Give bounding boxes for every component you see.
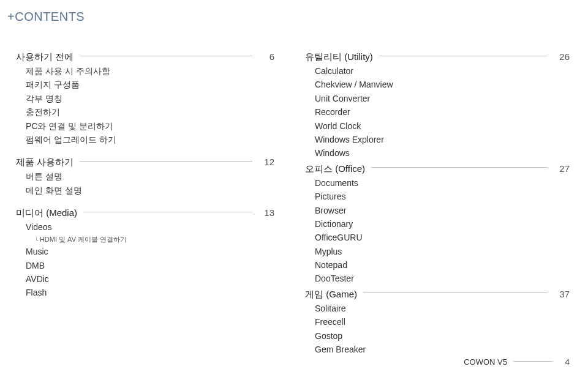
toc-sub-item: 각부 명칭 (26, 92, 274, 105)
toc-section-title: 사용하기 전에 (16, 50, 74, 64)
toc-sub-list: SolitaireFreecellGostopGem Breaker (305, 302, 570, 357)
column-left: 사용하기 전에6제품 사용 시 주의사항패키지 구성품각부 명칭충전하기PC와 … (16, 50, 293, 357)
toc-section: 제품 사용하기12버튼 설명메인 화면 설명 (16, 155, 274, 197)
toc-page-number: 12 (257, 155, 274, 170)
toc-page-number: 37 (552, 287, 570, 302)
toc-sub-item: Gem Breaker (315, 343, 570, 356)
toc-sub-item: Recorder (315, 105, 570, 119)
toc-sub-item: Myplus (315, 245, 570, 258)
toc-section-title: 오피스 (Office) (305, 162, 365, 176)
toc-sub-item: Pictures (315, 190, 570, 203)
toc-section-row: 오피스 (Office)27 (305, 162, 570, 176)
toc-sub-item: 패키지 구성품 (26, 78, 274, 91)
toc-section-title: 게임 (Game) (305, 287, 357, 302)
toc-sub-item: Flash (26, 286, 274, 299)
toc-sub-item: Browser (315, 204, 570, 217)
toc-sub-list: DocumentsPicturesBrowserDictionaryOffice… (305, 176, 570, 286)
toc-sub-item: 충전하기 (26, 105, 274, 119)
toc-sub-item: Music (26, 245, 274, 258)
page-header: +CONTENTS (0, 0, 588, 24)
footer: COWON V5 4 (464, 357, 570, 367)
leader-line (371, 167, 548, 168)
toc-sub-list: 제품 사용 시 주의사항패키지 구성품각부 명칭충전하기PC와 연결 및 분리하… (16, 64, 274, 146)
toc-section-row: 유틸리티 (Utility)26 (305, 50, 570, 64)
column-right: 유틸리티 (Utility)26CalculatorChekview / Man… (293, 50, 570, 357)
toc-sub-item: 제품 사용 시 주의사항 (26, 64, 274, 78)
toc-sub-sub-item: HDMI 및 AV 케이블 연결하기 (34, 234, 274, 245)
toc-sub-item: Solitaire (315, 302, 570, 315)
toc-sub-item: Dictionary (315, 217, 570, 231)
toc-section: 미디어 (Media)13VideosHDMI 및 AV 케이블 연결하기Mus… (16, 206, 274, 300)
toc-sub-list: CalculatorChekview / ManviewUnit Convert… (305, 64, 570, 160)
toc-sub-item: OfficeGURU (315, 231, 570, 244)
toc-sub-item: Unit Converter (315, 92, 570, 105)
toc-page-number: 6 (257, 50, 274, 64)
toc-sub-list: VideosHDMI 및 AV 케이블 연결하기MusicDMBAVDicFla… (16, 220, 274, 300)
footer-leader-line (513, 361, 552, 362)
toc-section: 게임 (Game)37SolitaireFreecellGostopGem Br… (305, 287, 570, 357)
toc-sub-item: Documents (315, 176, 570, 190)
toc-sub-item: Notepad (315, 258, 570, 272)
toc-sub-item: Videos (26, 220, 274, 234)
toc-section: 오피스 (Office)27DocumentsPicturesBrowserDi… (305, 162, 570, 286)
toc-sub-item: Calculator (315, 64, 570, 78)
toc-section-row: 미디어 (Media)13 (16, 206, 274, 220)
leader-line (363, 292, 548, 293)
toc-sub-item: 메인 화면 설명 (26, 184, 274, 197)
toc-sub-item: Windows (315, 146, 570, 160)
toc-page-number: 13 (257, 206, 274, 220)
toc-sub-item: DMB (26, 259, 274, 272)
toc-sub-sub-list: HDMI 및 AV 케이블 연결하기 (26, 234, 274, 245)
toc-sub-item: Windows Explorer (315, 133, 570, 146)
toc-page-number: 27 (552, 162, 570, 176)
plus-symbol: + (7, 10, 15, 23)
toc-sub-list: 버튼 설명메인 화면 설명 (16, 170, 274, 197)
toc-section-title: 미디어 (Media) (16, 206, 77, 220)
footer-page-number: 4 (559, 357, 570, 367)
toc-sub-item: DooTester (315, 272, 570, 285)
toc-section-row: 사용하기 전에6 (16, 50, 274, 64)
leader-line (80, 161, 252, 162)
toc-page-number: 26 (552, 50, 570, 64)
toc-section-row: 제품 사용하기12 (16, 155, 274, 170)
footer-label: COWON V5 (464, 357, 507, 367)
toc-sub-item: Gostop (315, 329, 570, 343)
toc-section-row: 게임 (Game)37 (305, 287, 570, 302)
toc-sub-item: Chekview / Manview (315, 78, 570, 91)
leader-line (80, 56, 252, 56)
toc-sub-item: Freecell (315, 315, 570, 329)
toc-sub-item: 펌웨어 업그레이드 하기 (26, 133, 274, 146)
toc-sub-item: 버튼 설명 (26, 170, 274, 183)
toc-section-title: 제품 사용하기 (16, 155, 74, 170)
leader-line (83, 212, 252, 212)
toc-section-title: 유틸리티 (Utility) (305, 50, 373, 64)
contents-title: CONTENTS (15, 10, 85, 23)
contents-area: 사용하기 전에6제품 사용 시 주의사항패키지 구성품각부 명칭충전하기PC와 … (0, 24, 588, 357)
toc-section: 유틸리티 (Utility)26CalculatorChekview / Man… (305, 50, 570, 160)
toc-section: 사용하기 전에6제품 사용 시 주의사항패키지 구성품각부 명칭충전하기PC와 … (16, 50, 274, 146)
toc-sub-item: World Clock (315, 119, 570, 133)
leader-line (379, 56, 548, 56)
toc-sub-item: PC와 연결 및 분리하기 (26, 119, 274, 133)
toc-sub-item: AVDic (26, 272, 274, 286)
